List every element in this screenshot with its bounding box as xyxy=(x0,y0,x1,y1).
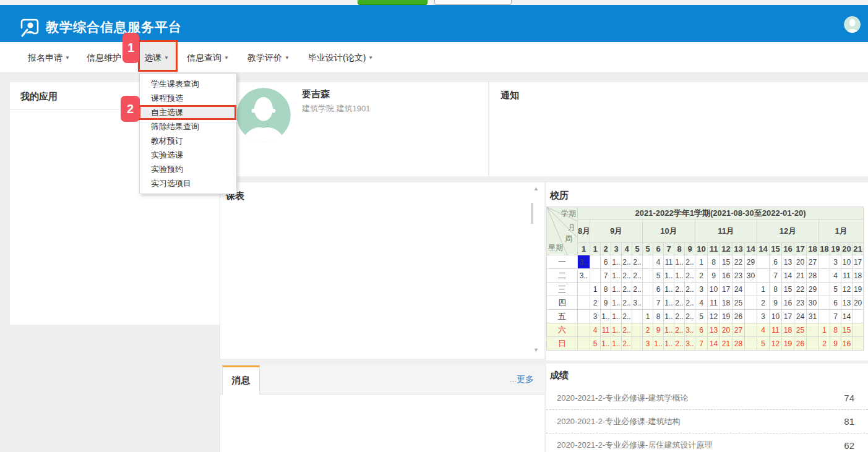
calendar-date-cell: 3.. xyxy=(578,269,590,283)
calendar-week-number: 19 xyxy=(830,243,841,255)
dropdown-item-6[interactable]: 实验预约 xyxy=(140,162,236,176)
calendar-date-cell: 3.. xyxy=(632,296,643,310)
dropdown-item-3[interactable]: 筛除结果查询 xyxy=(140,119,236,134)
calendar-date-cell: 1.. xyxy=(611,310,622,323)
calendar-date-cell: 11 xyxy=(708,296,720,310)
dropdown-item-2[interactable]: 自主选课 xyxy=(140,105,236,119)
dropdown-item-4[interactable]: 教材预订 xyxy=(140,134,236,148)
nav-item-0[interactable]: 报名申请▼ xyxy=(28,42,70,73)
grades-panel: 成绩 2020-2021-2-专业必修课-建筑学概论742020-2021-2-… xyxy=(546,364,868,452)
calendar-date-cell xyxy=(590,269,601,283)
calendar-date-cell xyxy=(632,337,643,351)
schedule-panel: 课表 ▲ ▼ xyxy=(220,182,544,359)
calendar-day-label: 三 xyxy=(547,283,578,296)
calendar-date-cell: 1 xyxy=(819,323,830,337)
calendar-date-cell: 6 xyxy=(770,255,782,269)
calendar-date-cell: 20 xyxy=(853,296,864,310)
calendar-date-cell xyxy=(578,283,590,296)
calendar-date-cell: 3 xyxy=(695,283,708,296)
calendar-date-cell: 11 xyxy=(664,255,674,269)
calendar-day-row: 二3..71..2..2..51..1..2..2916233071421284… xyxy=(547,269,864,283)
dialog-cancel-button[interactable] xyxy=(434,0,512,5)
calendar-date-cell: 5 xyxy=(830,283,841,296)
calendar-date-cell: 2.. xyxy=(674,323,685,337)
calendar-date-cell xyxy=(578,337,590,351)
calendar-day-row: 四291..2..3..71..2..2..411182529162330613… xyxy=(547,296,864,310)
grade-row[interactable]: 2020-2021-2-专业必修课-居住建筑设计原理62 xyxy=(546,433,868,452)
calendar-date-cell xyxy=(853,310,864,323)
calendar-week-number: 20 xyxy=(841,243,853,255)
calendar-date-cell xyxy=(632,310,643,323)
calendar-date-cell: 1.. xyxy=(611,283,622,296)
calendar-date-cell: 17 xyxy=(782,310,794,323)
scroll-down-icon[interactable]: ▼ xyxy=(533,347,539,353)
calendar-date-cell: 1.. xyxy=(664,337,674,351)
calendar-date-cell: 15 xyxy=(782,283,794,296)
calendar-week-number: 2 xyxy=(601,243,611,255)
dropdown-item-5[interactable]: 实验选课 xyxy=(140,148,236,162)
calendar-date-cell: 23 xyxy=(794,296,807,310)
more-link[interactable]: ...更多 xyxy=(509,374,534,385)
calendar-date-cell: 28 xyxy=(733,337,745,351)
calendar-date-cell: 22 xyxy=(794,283,807,296)
dialog-confirm-button[interactable] xyxy=(358,0,428,5)
calendar-date-cell: 20 xyxy=(794,255,807,269)
calendar-date-cell xyxy=(819,296,830,310)
calendar-date-cell: 2.. xyxy=(622,269,632,283)
calendar-date-cell: 3 xyxy=(643,337,653,351)
calendar-date-cell: 16 xyxy=(782,296,794,310)
scrollbar-thumb[interactable] xyxy=(531,203,533,224)
schedule-title: 课表 xyxy=(220,182,544,202)
nav-item-2[interactable]: 选课▼ xyxy=(137,42,176,73)
calendar-week-number: 13 xyxy=(733,243,745,255)
calendar-date-cell: 2.. xyxy=(622,296,632,310)
calendar-date-cell: 4 xyxy=(590,323,601,337)
calendar-week-number: 9 xyxy=(685,243,695,255)
nav-item-3[interactable]: 信息查询▼ xyxy=(187,42,229,73)
tab-messages[interactable]: 消息 xyxy=(222,365,260,394)
calendar-date-cell: 12 xyxy=(708,310,720,323)
calendar-date-cell: 8 xyxy=(770,283,782,296)
nav-item-5[interactable]: 毕业设计(论文)▼ xyxy=(308,42,373,73)
calendar-panel: 校历 学期月周星期2021-2022学年1学期(2021-08-30至2022-… xyxy=(546,182,868,360)
calendar-date-cell: 20 xyxy=(720,323,733,337)
calendar-date-cell xyxy=(807,337,819,351)
calendar-date-cell: 9 xyxy=(708,269,720,283)
dropdown-item-7[interactable]: 实习选项目 xyxy=(140,176,236,190)
calendar-date-cell: 14 xyxy=(708,337,720,351)
calendar-date-cell: 2.. xyxy=(685,255,695,269)
calendar-date-cell: 7 xyxy=(653,296,664,310)
profile-avatar[interactable] xyxy=(236,88,291,142)
grade-row[interactable]: 2020-2021-2-专业必修课-建筑结构81 xyxy=(546,410,868,433)
dropdown-item-0[interactable]: 学生课表查询 xyxy=(140,77,236,91)
grade-score: 81 xyxy=(844,416,854,427)
calendar-date-cell xyxy=(590,255,601,269)
calendar-date-cell: 5 xyxy=(590,337,601,351)
calendar-date-cell: 29 xyxy=(745,255,757,269)
step1-badge: 1 xyxy=(122,33,139,63)
scroll-up-icon[interactable]: ▲ xyxy=(533,185,539,192)
calendar-week-number: 12 xyxy=(720,243,733,255)
dropdown-item-1[interactable]: 课程预选 xyxy=(140,91,236,105)
calendar-date-cell: 19 xyxy=(853,283,864,296)
top-dialog-strip xyxy=(0,0,868,5)
calendar-date-cell: 1.. xyxy=(653,337,664,351)
calendar-date-cell: 2.. xyxy=(622,283,632,296)
calendar-date-cell: 19 xyxy=(720,310,733,323)
calendar-date-cell: 24 xyxy=(733,283,745,296)
calendar-date-cell: 28 xyxy=(807,269,819,283)
calendar-date-cell: 13 xyxy=(708,323,720,337)
calendar-week-number: 8 xyxy=(674,243,685,255)
calendar-week-number: 21 xyxy=(853,243,864,255)
user-avatar-icon[interactable] xyxy=(844,16,861,33)
calendar-date-cell: 1.. xyxy=(664,323,674,337)
calendar-corner-cell: 学期月周星期 xyxy=(547,207,578,255)
calendar-date-cell: 14 xyxy=(841,310,853,323)
grade-row[interactable]: 2020-2021-2-专业必修课-建筑学概论74 xyxy=(546,386,868,410)
calendar-week-number: 6 xyxy=(653,243,664,255)
calendar-date-cell xyxy=(819,310,830,323)
nav-item-4[interactable]: 教学评价▼ xyxy=(247,42,290,73)
calendar-week-number: 4 xyxy=(622,243,632,255)
user-name: 要吉森 xyxy=(302,88,330,100)
calendar-month-header: 9月 xyxy=(590,220,643,243)
